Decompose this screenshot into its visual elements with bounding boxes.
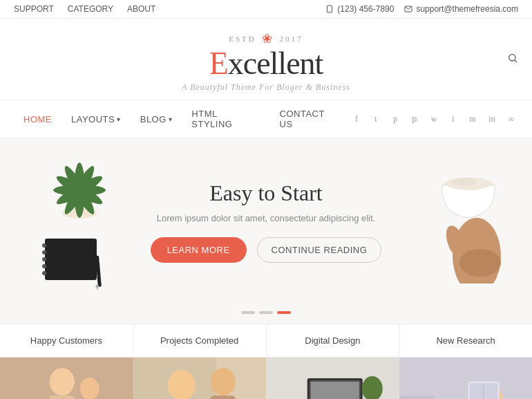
nav-social: f t p 𝕡 w i m in ∞ xyxy=(350,112,518,126)
stat-digital-design: Digital Design xyxy=(267,324,400,357)
pinterest-icon[interactable]: p xyxy=(388,112,402,126)
hero-description: Lorem ipsum dolor sit amet, consectetur … xyxy=(151,213,382,223)
nav-contact[interactable]: CONTACT US xyxy=(270,100,350,138)
svg-rect-44 xyxy=(210,396,235,399)
hero-content: Easy to Start Lorem ipsum dolor sit amet… xyxy=(151,180,382,263)
photo-projects-completed xyxy=(133,358,267,399)
nav-layouts[interactable]: LAYOUTS ▾ xyxy=(61,106,131,133)
search-icon[interactable] xyxy=(507,53,518,66)
svg-point-19 xyxy=(42,257,46,261)
email-icon xyxy=(404,5,412,13)
svg-point-33 xyxy=(50,368,75,396)
svg-line-4 xyxy=(515,60,517,62)
learn-more-button[interactable]: LEARN MORE xyxy=(151,237,247,263)
svg-point-30 xyxy=(452,178,477,186)
svg-rect-16 xyxy=(45,239,97,280)
brand-logo: Excellent xyxy=(0,48,532,80)
stat-happy-customers: Happy Customers xyxy=(0,324,133,357)
hero-plant-decoration xyxy=(41,152,117,221)
svg-point-20 xyxy=(42,264,46,268)
hero-section: Easy to Start Lorem ipsum dolor sit amet… xyxy=(0,138,532,304)
instagram-icon[interactable]: i xyxy=(446,112,460,126)
nav-html-styling[interactable]: HTML STYLING xyxy=(182,100,269,138)
photo-grid xyxy=(0,358,532,399)
svg-rect-34 xyxy=(50,396,75,399)
top-bar-contact: (123) 456-7890 support@themefreesia.com xyxy=(325,4,518,14)
svg-point-35 xyxy=(80,378,99,399)
stat-projects-completed: Projects Completed xyxy=(133,324,267,357)
phone-info: (123) 456-7890 xyxy=(325,4,394,14)
notebook-svg xyxy=(35,235,117,290)
dot-3-active[interactable] xyxy=(277,311,291,314)
nav-bar: HOME LAYOUTS ▾ BLOG ▾ HTML STYLING CONTA… xyxy=(0,100,532,138)
svg-rect-49 xyxy=(311,382,359,399)
photo-happy-customers xyxy=(0,358,133,399)
slider-dots xyxy=(0,304,532,324)
hero-coffee-decoration xyxy=(421,145,511,270)
hero-notebook-decoration xyxy=(35,235,117,290)
photo-new-research xyxy=(399,358,533,399)
stats-bar: Happy Customers Projects Completed Digit… xyxy=(0,324,532,358)
hero-buttons: LEARN MORE CONTINUE READING xyxy=(151,237,382,263)
nav-links: HOME LAYOUTS ▾ BLOG ▾ HTML STYLING CONTA… xyxy=(14,100,350,138)
nav-blog[interactable]: BLOG ▾ xyxy=(131,106,182,133)
twitter-icon[interactable]: t xyxy=(369,112,383,126)
stat-new-research: New Research xyxy=(399,324,532,357)
phone-icon xyxy=(325,5,334,13)
link-icon[interactable]: ∞ xyxy=(504,112,518,126)
medium-icon[interactable]: m xyxy=(466,112,479,126)
blog-chevron-icon: ▾ xyxy=(169,115,173,123)
brand-estd: ESTD ❀ 2017 xyxy=(0,31,532,46)
category-link[interactable]: CATEGORY xyxy=(68,4,113,14)
svg-point-18 xyxy=(42,250,46,254)
photo-digital-design xyxy=(266,358,399,399)
linkedin-icon[interactable]: in xyxy=(485,112,499,126)
svg-rect-55 xyxy=(399,358,533,399)
coffee-svg xyxy=(421,145,511,284)
dot-2[interactable] xyxy=(259,311,273,314)
facebook-icon[interactable]: f xyxy=(350,112,363,126)
top-bar-links: SUPPORT CATEGORY ABOUT xyxy=(14,4,155,14)
pinterest2-icon[interactable]: 𝕡 xyxy=(408,112,421,126)
svg-rect-57 xyxy=(399,396,434,399)
flower-icon: ❀ xyxy=(262,31,274,46)
svg-point-26 xyxy=(459,249,501,277)
about-link[interactable]: ABOUT xyxy=(127,4,155,14)
svg-point-41 xyxy=(167,370,195,399)
dot-1[interactable] xyxy=(241,311,255,314)
brand-area: ESTD ❀ 2017 Excellent A Beautyful Theme … xyxy=(0,19,532,100)
continue-reading-button[interactable]: CONTINUE READING xyxy=(257,237,382,263)
nav-home[interactable]: HOME xyxy=(14,106,61,133)
support-link[interactable]: SUPPORT xyxy=(14,4,54,14)
svg-point-3 xyxy=(509,54,515,60)
whatsapp-icon[interactable]: w xyxy=(427,112,441,126)
svg-point-21 xyxy=(42,271,46,275)
svg-point-17 xyxy=(42,243,46,248)
plant-svg xyxy=(41,152,117,221)
hero-title: Easy to Start xyxy=(151,180,382,206)
layouts-chevron-icon: ▾ xyxy=(117,115,121,123)
logo-first-letter: E xyxy=(209,46,228,81)
brand-tagline: A Beautyful Theme For Bloger & Business xyxy=(0,82,532,93)
svg-point-43 xyxy=(210,368,235,396)
email-info: support@themefreesia.com xyxy=(404,4,518,14)
top-bar: SUPPORT CATEGORY ABOUT (123) 456-7890 su… xyxy=(0,0,532,19)
